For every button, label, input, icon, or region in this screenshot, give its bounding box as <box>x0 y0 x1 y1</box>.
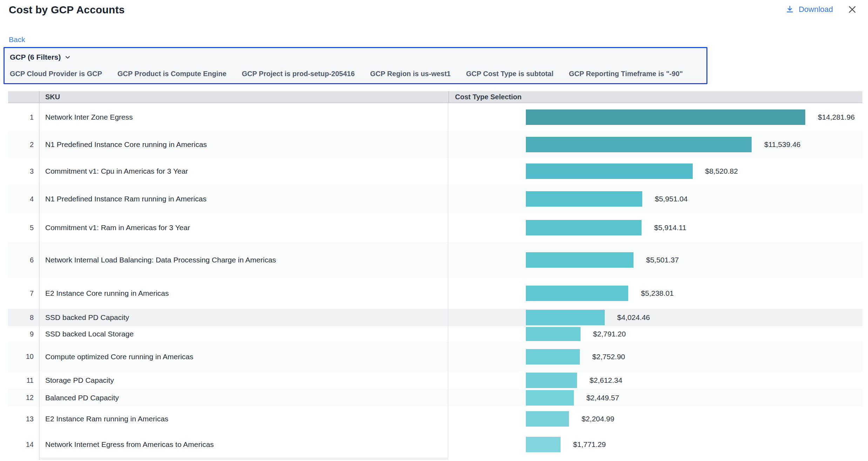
page-title: Cost by GCP Accounts <box>9 4 785 16</box>
bar-cell: $5,951.04 <box>448 185 862 213</box>
header-actions: Download <box>785 4 860 15</box>
table-row: 1 Network Inter Zone Egress $14,281.96 <box>8 103 862 131</box>
table-row: 8 SSD backed PD Capacity $4,024.46 <box>8 309 862 326</box>
filter-group-label: GCP (6 Filters) <box>10 53 61 62</box>
cost-report-panel: Cost by GCP Accounts Download Back <box>0 0 868 461</box>
sku-cell: Network Internet Egress from Americas to… <box>39 432 448 457</box>
sku-cell: Commitment v1: Ram in Americas for 3 Yea… <box>39 213 448 242</box>
bar-cell: $2,449.57 <box>448 389 862 406</box>
filter-chip: GCP Reporting Timeframe is "-90" <box>569 69 683 78</box>
cost-bar <box>526 310 605 325</box>
row-number: 11 <box>8 372 39 389</box>
chevron-down-icon <box>64 54 71 61</box>
bar-cell: $2,791.20 <box>448 326 862 342</box>
filter-chip-list: GCP Cloud Provider is GCP GCP Product is… <box>10 69 701 78</box>
row-number-column-header <box>8 91 39 102</box>
bar-cell: $5,238.01 <box>448 278 862 309</box>
table-row: 2 N1 Predefined Instance Core running in… <box>8 131 862 158</box>
cost-value: $2,449.57 <box>586 394 619 402</box>
cost-value: $14,281.96 <box>818 113 855 121</box>
sku-cell: SSD backed PD Capacity <box>39 309 448 326</box>
filter-chip: GCP Cloud Provider is GCP <box>10 69 102 78</box>
cost-type-selection-column-header: Cost Type Selection <box>448 91 862 102</box>
sku-cell: Compute optimized Core running in Americ… <box>39 342 448 372</box>
sku-cell: Commitment v1: Cpu in Americas for 3 Yea… <box>39 158 448 185</box>
row-number: 1 <box>8 103 39 131</box>
row-number: 12 <box>8 389 39 406</box>
bar-cell: $5,501.37 <box>448 242 862 278</box>
cost-bar <box>526 163 693 179</box>
table-row: 12 Balanced PD Capacity $2,449.57 <box>8 389 862 406</box>
sku-column-header: SKU <box>39 91 448 102</box>
top-bar: Cost by GCP Accounts Download <box>0 0 868 16</box>
filter-chip: GCP Cost Type is subtotal <box>466 69 553 78</box>
filter-chip: GCP Product is Compute Engine <box>117 69 226 78</box>
filter-panel: GCP (6 Filters) GCP Cloud Provider is GC… <box>4 47 707 84</box>
bar-cell: $8,520.82 <box>448 158 862 185</box>
cost-value: $2,752.90 <box>592 353 625 361</box>
bar-cell: $2,612.34 <box>448 372 862 389</box>
cost-bar <box>526 390 574 406</box>
back-link[interactable]: Back <box>9 35 25 44</box>
table-row: 9 SSD backed Local Storage $2,791.20 <box>8 326 862 342</box>
filter-chip: GCP Region is us-west1 <box>370 69 451 78</box>
close-button[interactable] <box>847 4 857 15</box>
cost-bar <box>526 373 577 388</box>
cost-bar <box>526 349 580 365</box>
cost-bar <box>526 411 569 427</box>
cost-bar <box>526 327 581 341</box>
sku-cell: Network Inter Zone Egress <box>39 103 448 131</box>
row-number: 3 <box>8 158 39 185</box>
filter-group-dropdown[interactable]: GCP (6 Filters) <box>10 53 71 62</box>
cost-value: $2,791.20 <box>593 330 626 338</box>
row-number: 13 <box>8 406 39 432</box>
row-number: 4 <box>8 185 39 213</box>
sku-cell: E2 Instance Core running in Americas <box>39 278 448 309</box>
download-icon <box>785 5 794 14</box>
table-row: 11 Storage PD Capacity $2,612.34 <box>8 372 862 389</box>
row-number: 10 <box>8 342 39 372</box>
table-row: 7 E2 Instance Core running in Americas $… <box>8 278 862 309</box>
cost-value: $2,612.34 <box>590 376 622 385</box>
sku-cell: SSD backed Local Storage <box>39 326 448 342</box>
cost-value: $5,951.04 <box>655 195 687 203</box>
row-number: 5 <box>8 213 39 242</box>
table-row: 6 Network Internal Load Balancing: Data … <box>8 242 862 278</box>
row-number: 9 <box>8 326 39 342</box>
download-button[interactable]: Download <box>785 5 833 14</box>
table-row: 14 Network Internet Egress from Americas… <box>8 432 862 457</box>
cost-bar <box>526 220 642 235</box>
cost-value: $2,204.99 <box>582 415 614 423</box>
table-row: 3 Commitment v1: Cpu in Americas for 3 Y… <box>8 158 862 185</box>
table-row: 13 E2 Instance Ram running in Americas $… <box>8 406 862 432</box>
row-number: 14 <box>8 432 39 457</box>
row-number: 7 <box>8 278 39 309</box>
bar-cell: $5,914.11 <box>448 213 862 242</box>
table-row: 4 N1 Predefined Instance Ram running in … <box>8 185 862 213</box>
bar-cell: $2,204.99 <box>448 406 862 432</box>
cost-value: $8,520.82 <box>705 167 738 175</box>
table-body: 1 Network Inter Zone Egress $14,281.96 2… <box>8 103 862 457</box>
cost-table: SKU Cost Type Selection 1 Network Inter … <box>8 91 862 460</box>
bar-cell: $1,771.29 <box>448 432 862 457</box>
download-label: Download <box>799 5 833 14</box>
sku-cell: Storage PD Capacity <box>39 372 448 389</box>
cost-value: $5,914.11 <box>654 223 686 232</box>
cost-bar <box>526 437 561 452</box>
filter-chip: GCP Project is prod-setup-205416 <box>242 69 355 78</box>
row-number: 8 <box>8 309 39 326</box>
table-header: SKU Cost Type Selection <box>8 91 862 103</box>
bar-cell: $4,024.46 <box>448 309 862 326</box>
cost-bar <box>526 137 752 152</box>
bar-cell: $14,281.96 <box>448 103 862 131</box>
row-number: 2 <box>8 131 39 158</box>
cost-value: $4,024.46 <box>617 313 650 322</box>
cost-bar <box>526 191 642 207</box>
table-row: 5 Commitment v1: Ram in Americas for 3 Y… <box>8 213 862 242</box>
sku-cell: E2 Instance Ram running in Americas <box>39 406 448 432</box>
row-number: 6 <box>8 242 39 278</box>
sku-cell: Network Internal Load Balancing: Data Pr… <box>39 242 448 278</box>
bar-cell: $2,752.90 <box>448 342 862 372</box>
sku-cell: N1 Predefined Instance Core running in A… <box>39 131 448 158</box>
next-row-sliver <box>39 457 448 460</box>
